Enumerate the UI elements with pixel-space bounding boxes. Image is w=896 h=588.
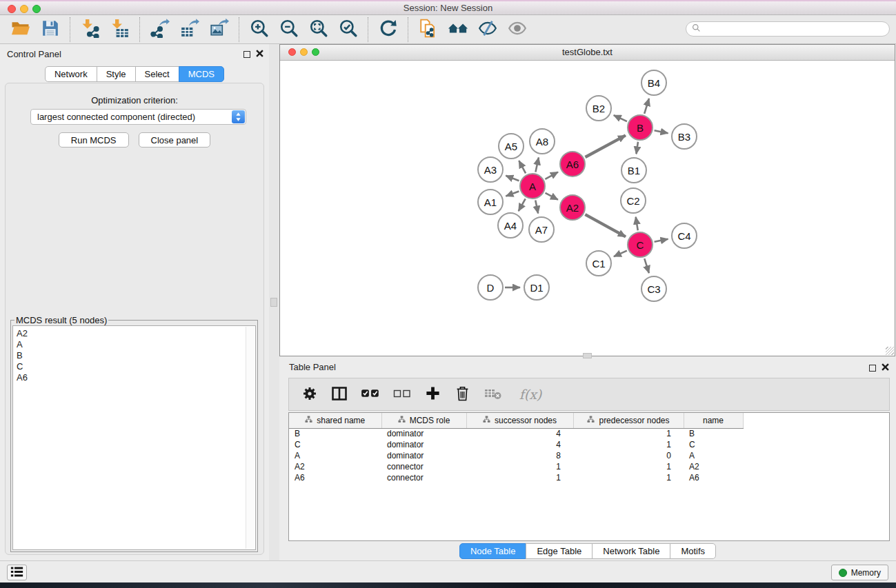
show-column-button[interactable] <box>330 385 348 404</box>
apply-layout-button[interactable] <box>373 17 403 43</box>
divider-handle[interactable] <box>270 298 277 307</box>
horizontal-split-handle[interactable] <box>583 353 592 358</box>
task-history-button[interactable] <box>7 565 27 580</box>
column-header-mcds-role[interactable]: MCDS role <box>381 413 466 428</box>
graph-node-A7[interactable]: A7 <box>528 216 555 243</box>
open-session-button[interactable] <box>6 17 35 43</box>
table-row[interactable]: Adominator80A <box>289 450 743 461</box>
graph-node-A5[interactable]: A5 <box>498 133 524 159</box>
tab-network[interactable]: Network <box>45 66 97 82</box>
result-item[interactable]: C <box>17 361 255 372</box>
graph-edge-A-A1[interactable] <box>506 191 519 196</box>
create-column-button[interactable] <box>424 385 441 403</box>
graph-edge-A-A6[interactable] <box>545 172 558 179</box>
graph-edge-C-C4[interactable] <box>655 239 668 242</box>
net-zoom-traffic-light[interactable] <box>312 48 319 56</box>
tab-node-table[interactable]: Node Table <box>459 543 527 559</box>
column-header-successor-nodes[interactable]: successor nodes <box>466 413 573 428</box>
export-image-button[interactable] <box>204 17 234 43</box>
float-window-icon[interactable] <box>869 365 876 372</box>
float-window-icon[interactable] <box>243 51 250 58</box>
graph-node-A1[interactable]: A1 <box>477 189 504 215</box>
network-window-titlebar[interactable]: testGlobe.txt <box>280 45 895 61</box>
graph-node-A3[interactable]: A3 <box>477 156 504 183</box>
graph-edge-A6-B[interactable] <box>585 135 625 157</box>
graph-node-C4[interactable]: C4 <box>671 223 697 249</box>
import-table-button[interactable] <box>105 17 135 43</box>
show-hide-graphics-button[interactable] <box>472 17 502 43</box>
network-canvas[interactable]: B4B2BB3A8A5A6B1A3AA1C2A2A4A7C4CC1C3DD1 <box>280 61 895 356</box>
save-session-button[interactable] <box>35 17 65 43</box>
graph-node-B2[interactable]: B2 <box>586 95 612 121</box>
node-table[interactable]: shared name MCDS role successor nodes pr… <box>288 412 890 541</box>
tab-edge-table[interactable]: Edge Table <box>526 543 593 559</box>
zoom-traffic-light[interactable] <box>32 5 41 13</box>
table-row[interactable]: Bdominator41B <box>289 428 743 439</box>
graph-edge-A-A4[interactable] <box>519 199 526 211</box>
table-row[interactable]: Cdominator41C <box>289 439 743 450</box>
close-traffic-light[interactable] <box>8 5 16 13</box>
zoom-out-button[interactable] <box>274 17 303 43</box>
column-header-predecessor-nodes[interactable]: predecessor nodes <box>573 413 684 428</box>
graph-edge-C-C1[interactable] <box>614 251 627 257</box>
graph-edge-A-A2[interactable] <box>546 193 558 200</box>
home-button[interactable] <box>443 17 472 43</box>
delete-table-button[interactable] <box>483 387 504 402</box>
graph-node-C1[interactable]: C1 <box>586 250 612 276</box>
graph-node-A4[interactable]: A4 <box>497 212 524 239</box>
graph-edge-A-A3[interactable] <box>506 176 519 181</box>
vertical-split-divider[interactable] <box>269 44 279 560</box>
graph-node-A2[interactable]: A2 <box>559 194 586 221</box>
result-item[interactable]: A6 <box>17 372 255 383</box>
search-box[interactable] <box>686 21 890 37</box>
result-scrollbar[interactable] <box>246 327 255 549</box>
minimize-traffic-light[interactable] <box>20 5 28 13</box>
net-close-traffic-light[interactable] <box>288 48 296 56</box>
graph-node-B3[interactable]: B3 <box>671 123 697 150</box>
function-builder-button[interactable]: f(x) <box>515 387 546 402</box>
tab-network-table[interactable]: Network Table <box>592 543 670 559</box>
close-panel-button[interactable]: Close panel <box>139 132 211 148</box>
eye-button[interactable] <box>502 17 532 43</box>
import-network-button[interactable] <box>75 17 105 43</box>
graph-node-B[interactable]: B <box>627 114 653 141</box>
graph-node-D1[interactable]: D1 <box>524 274 550 301</box>
delete-column-button[interactable] <box>453 385 471 404</box>
graph-node-D[interactable]: D <box>477 274 504 301</box>
column-header-shared-name[interactable]: shared name <box>289 413 381 428</box>
graph-node-A8[interactable]: A8 <box>529 128 555 154</box>
table-row[interactable]: A6connector11A6 <box>289 472 743 483</box>
graph-node-C[interactable]: C <box>627 232 653 258</box>
graph-edge-C-C3[interactable] <box>644 258 649 273</box>
graph-node-B4[interactable]: B4 <box>641 70 667 96</box>
tab-style[interactable]: Style <box>97 66 136 82</box>
network-overview-button[interactable] <box>413 17 443 43</box>
zoom-fit-button[interactable] <box>303 17 333 43</box>
result-item[interactable]: A2 <box>17 328 255 339</box>
graph-edge-B-B1[interactable] <box>636 142 638 154</box>
select-all-button[interactable] <box>360 388 381 401</box>
graph-edge-B-B4[interactable] <box>644 99 649 114</box>
tab-motifs[interactable]: Motifs <box>670 543 716 559</box>
mcds-result-list[interactable]: A2 A B C A6 <box>12 325 256 550</box>
resize-grip-icon[interactable] <box>886 347 894 355</box>
tab-select[interactable]: Select <box>135 66 179 82</box>
graph-node-B1[interactable]: B1 <box>621 157 647 183</box>
run-mcds-button[interactable]: Run MCDS <box>59 132 129 148</box>
result-item[interactable]: B <box>17 350 255 361</box>
close-panel-icon[interactable] <box>256 49 263 59</box>
tab-mcds[interactable]: MCDS <box>179 66 224 82</box>
graph-edge-A-A8[interactable] <box>535 157 539 172</box>
graph-node-A6[interactable]: A6 <box>559 151 586 177</box>
dropdown-stepper-icon[interactable] <box>232 110 245 123</box>
export-table-button[interactable] <box>175 17 204 43</box>
export-network-button[interactable] <box>145 17 175 43</box>
search-input[interactable] <box>704 24 884 34</box>
zoom-selected-button[interactable] <box>333 17 363 43</box>
graph-node-C2[interactable]: C2 <box>620 187 646 214</box>
close-panel-icon[interactable] <box>882 363 889 373</box>
graph-edge-C-C2[interactable] <box>636 217 638 231</box>
graph-edge-B-B3[interactable] <box>655 130 668 133</box>
graph-edge-A2-C[interactable] <box>585 214 626 236</box>
result-item[interactable]: A <box>17 339 255 350</box>
